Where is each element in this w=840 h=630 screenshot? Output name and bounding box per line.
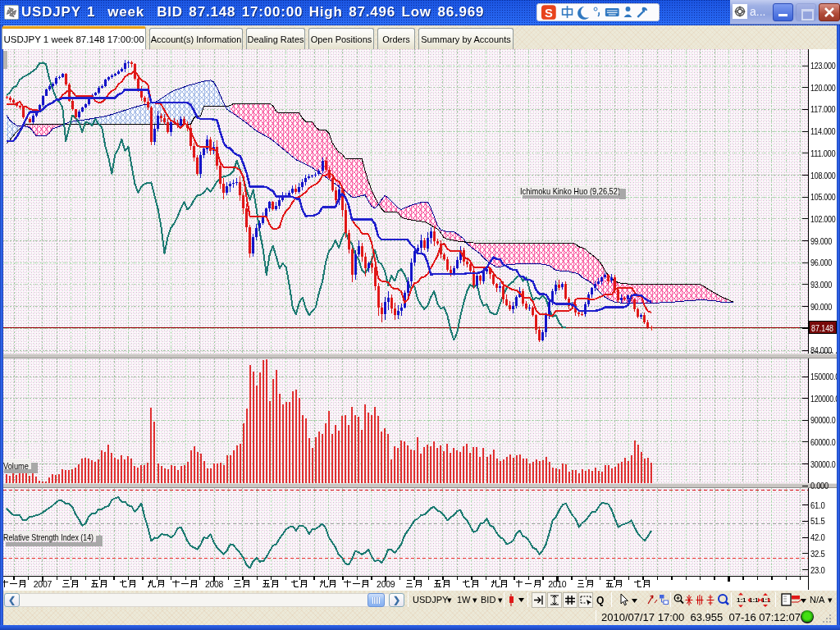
- svg-text:1:1: 1:1: [737, 596, 746, 604]
- svg-text:2007: 2007: [34, 579, 52, 589]
- svg-text:120.000: 120.000: [810, 83, 836, 93]
- svg-text:90000.0: 90000.0: [810, 415, 836, 425]
- svg-text:99.000: 99.000: [810, 236, 832, 246]
- svg-text:Relative Strength Index (14): Relative Strength Index (14): [3, 532, 94, 542]
- svg-text:111.000: 111.000: [810, 148, 836, 158]
- svg-text:96.000: 96.000: [810, 258, 832, 267]
- svg-text:108.000: 108.000: [810, 171, 836, 180]
- svg-text:1:1: 1:1: [749, 596, 759, 604]
- svg-text:123.000: 123.000: [810, 61, 836, 71]
- svg-text:117.000: 117.000: [810, 104, 836, 114]
- svg-text:114.000: 114.000: [810, 126, 836, 136]
- svg-text:2009: 2009: [377, 579, 395, 589]
- svg-text:23.0: 23.0: [810, 565, 825, 575]
- svg-text:Q: Q: [596, 595, 604, 606]
- svg-text:Ichimoku Kinko Huo (9,26,52): Ichimoku Kinko Huo (9,26,52): [520, 186, 620, 196]
- svg-text:102.000: 102.000: [810, 214, 836, 224]
- svg-text:2008: 2008: [205, 579, 224, 589]
- svg-text:93.000: 93.000: [810, 280, 832, 290]
- svg-text:2010: 2010: [548, 579, 567, 589]
- svg-text:84.000: 84.000: [810, 345, 832, 355]
- svg-text:60000.0: 60000.0: [810, 437, 836, 447]
- svg-text:32.5: 32.5: [810, 549, 825, 559]
- svg-text:30000.0: 30000.0: [810, 459, 836, 469]
- svg-text:0.000: 0.000: [810, 481, 829, 491]
- svg-text:150000.0: 150000.0: [810, 372, 839, 381]
- svg-text:S: S: [545, 7, 553, 20]
- svg-text:61.0: 61.0: [810, 500, 825, 510]
- svg-text:42.0: 42.0: [810, 532, 825, 542]
- svg-text:120000.0: 120000.0: [810, 394, 839, 404]
- svg-text:87.148: 87.148: [811, 323, 833, 333]
- svg-text:51.5: 51.5: [810, 516, 825, 526]
- svg-text:90.000: 90.000: [810, 302, 832, 312]
- svg-text:105.000: 105.000: [810, 192, 836, 202]
